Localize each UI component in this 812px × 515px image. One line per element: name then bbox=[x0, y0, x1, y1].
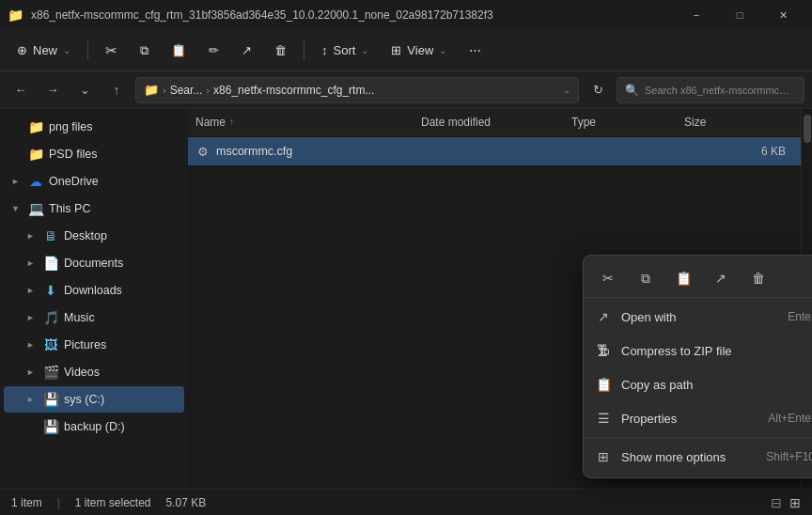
back-button[interactable]: ← bbox=[8, 77, 34, 103]
title-bar-icon: 📁 bbox=[8, 8, 23, 23]
sidebar-chevron-downloads: ► bbox=[26, 286, 38, 295]
close-button[interactable]: ✕ bbox=[761, 0, 804, 30]
share-button[interactable]: ↗ bbox=[232, 36, 261, 66]
sidebar-item-onedrive[interactable]: ►☁OneDrive bbox=[4, 168, 184, 195]
sort-button[interactable]: ↕ Sort ⌄ bbox=[312, 36, 378, 66]
cut-button[interactable]: ✂ bbox=[96, 36, 127, 66]
ctx-item-copy-as-path[interactable]: 📋Copy as path bbox=[584, 367, 812, 401]
file-size: 5.07 KB bbox=[166, 496, 207, 509]
ctx-item-shortcut-open-with: Enter bbox=[788, 310, 812, 323]
item-count: 1 item bbox=[11, 496, 42, 509]
sidebar-icon-pictures: 🖼 bbox=[43, 337, 58, 352]
col-header-type[interactable]: Type bbox=[571, 116, 684, 129]
file-item-mscormmc-cfg[interactable]: ⚙ mscormmc.cfg 6 KB bbox=[188, 137, 801, 165]
sidebar-item-psd-files[interactable]: 📁PSD files bbox=[4, 141, 184, 167]
sidebar-label-sys-c: sys (C:) bbox=[64, 393, 104, 406]
sidebar-icon-downloads: ⬇ bbox=[43, 283, 58, 298]
sidebar-label-psd-files: PSD files bbox=[49, 148, 97, 161]
selected-count: 1 item selected bbox=[75, 496, 151, 509]
forward-button[interactable]: → bbox=[39, 77, 66, 103]
ctx-item-icon-copy-as-path: 📋 bbox=[595, 376, 612, 393]
sidebar-chevron-sys-c: ► bbox=[26, 395, 38, 404]
sidebar-item-this-pc[interactable]: ▼💻This PC bbox=[4, 195, 184, 222]
view-chevron: ⌄ bbox=[439, 45, 446, 55]
ctx-item-shortcut-show-more-options: Shift+F10 bbox=[766, 450, 812, 463]
ctx-item-compress-zip[interactable]: 🗜Compress to ZIP file bbox=[584, 334, 812, 367]
new-button[interactable]: ⊕ New ⌄ bbox=[8, 36, 80, 66]
sidebar-label-videos: Videos bbox=[64, 366, 100, 379]
address-path[interactable]: 📁 › Sear... › x86_netfx-mscormmc_cfg_rtm… bbox=[135, 77, 579, 103]
sidebar-item-desktop[interactable]: ►🖥Desktop bbox=[4, 223, 184, 249]
delete-button[interactable]: 🗑 bbox=[265, 36, 296, 66]
search-box[interactable]: 🔍 Search x86_netfx-mscormmc_cfg_rtm_31bf… bbox=[617, 77, 804, 103]
cut-icon: ✂ bbox=[105, 42, 117, 59]
sidebar-chevron-desktop: ► bbox=[26, 231, 38, 241]
ctx-item-show-more-options[interactable]: ⊞Show more optionsShift+F10 bbox=[584, 440, 812, 474]
search-icon: 🔍 bbox=[625, 84, 639, 97]
sort-arrow-icon: ↑ bbox=[229, 117, 234, 127]
ctx-item-open-with[interactable]: ↗Open withEnter bbox=[584, 300, 812, 334]
file-icon-mscormmc-cfg: ⚙ bbox=[195, 144, 211, 159]
ctx-rename-icon: ↗ bbox=[715, 271, 726, 286]
scrollbar-thumb[interactable] bbox=[804, 115, 811, 143]
sidebar-item-videos[interactable]: ►🎬Videos bbox=[4, 359, 184, 385]
copy-icon: ⧉ bbox=[140, 43, 148, 58]
view-button[interactable]: ⊞ View ⌄ bbox=[382, 36, 456, 66]
ctx-copy-button[interactable]: ⧉ bbox=[632, 265, 659, 291]
sidebar-label-desktop: Desktop bbox=[64, 229, 107, 242]
refresh-button[interactable]: ↻ bbox=[585, 77, 611, 103]
toolbar: ⊕ New ⌄ ✂ ⧉ 📋 ✏ ↗ 🗑 ↕ Sort ⌄ ⊞ View ⌄ ⋯ bbox=[0, 30, 812, 71]
ctx-item-properties[interactable]: ☰PropertiesAlt+Enter bbox=[584, 401, 812, 435]
sidebar-item-sys-c[interactable]: ►💾sys (C:) bbox=[4, 386, 184, 413]
ctx-item-icon-open-with: ↗ bbox=[595, 308, 612, 325]
new-chevron: ⌄ bbox=[63, 45, 70, 55]
ctx-paste-icon: 📋 bbox=[676, 271, 692, 286]
list-view-icon[interactable]: ⊟ bbox=[771, 495, 782, 510]
ctx-delete-icon: 🗑 bbox=[752, 271, 765, 286]
rename-button[interactable]: ✏ bbox=[199, 36, 228, 66]
sidebar-chevron-music: ► bbox=[26, 313, 38, 322]
title-bar: 📁 x86_netfx-mscormmc_cfg_rtm_31bf3856ad3… bbox=[0, 0, 812, 30]
paste-icon: 📋 bbox=[171, 43, 186, 57]
up-button[interactable]: ↑ bbox=[103, 77, 130, 103]
context-menu-toolbar: ✂ ⧉ 📋 ↗ 🗑 bbox=[584, 259, 812, 298]
ctx-item-icon-properties: ☰ bbox=[595, 410, 612, 427]
path-separator-1: › bbox=[163, 85, 166, 96]
col-header-modified[interactable]: Date modified bbox=[421, 116, 571, 129]
maximize-button[interactable]: □ bbox=[718, 0, 761, 30]
sidebar-item-music[interactable]: ►🎵Music bbox=[4, 304, 184, 331]
toolbar-separator-1 bbox=[87, 41, 88, 60]
ctx-item-label-show-more-options: Show more options bbox=[621, 450, 757, 464]
ctx-paste-button[interactable]: 📋 bbox=[670, 265, 696, 291]
up-list-button[interactable]: ⌄ bbox=[71, 77, 98, 103]
ctx-cut-button[interactable]: ✂ bbox=[595, 265, 621, 291]
sidebar-label-png-files: png files bbox=[49, 120, 93, 133]
sidebar-item-documents[interactable]: ►📄Documents bbox=[4, 250, 184, 276]
sidebar-chevron-onedrive: ► bbox=[11, 177, 23, 186]
ctx-item-icon-show-more-options: ⊞ bbox=[595, 448, 612, 465]
context-menu: ✂ ⧉ 📋 ↗ 🗑 ↗Open withEnter🗜Compress to ZI… bbox=[583, 255, 812, 478]
new-icon: ⊕ bbox=[17, 43, 27, 57]
minimize-button[interactable]: − bbox=[675, 0, 718, 30]
col-header-size[interactable]: Size bbox=[684, 116, 793, 129]
col-header-name[interactable]: Name ↑ bbox=[195, 116, 421, 129]
sidebar-label-music: Music bbox=[64, 311, 95, 324]
sidebar-label-pictures: Pictures bbox=[64, 338, 106, 351]
ctx-delete-button[interactable]: 🗑 bbox=[745, 265, 772, 291]
sidebar-item-backup-d[interactable]: 💾backup (D:) bbox=[4, 414, 184, 440]
sidebar-item-png-files[interactable]: 📁png files bbox=[4, 114, 184, 140]
title-bar-controls: − □ ✕ bbox=[675, 0, 804, 30]
paste-button[interactable]: 📋 bbox=[162, 36, 195, 66]
ctx-rename-button[interactable]: ↗ bbox=[708, 265, 734, 291]
more-button[interactable]: ⋯ bbox=[460, 36, 491, 66]
sidebar-item-downloads[interactable]: ►⬇Downloads bbox=[4, 277, 184, 304]
sidebar-icon-music: 🎵 bbox=[43, 310, 58, 325]
sidebar-icon-documents: 📄 bbox=[43, 256, 58, 271]
ctx-item-shortcut-properties: Alt+Enter bbox=[768, 412, 812, 425]
path-dropdown-chevron: ⌄ bbox=[563, 85, 570, 95]
ctx-item-icon-compress-zip: 🗜 bbox=[595, 342, 612, 359]
title-bar-text: x86_netfx-mscormmc_cfg_rtm_31bf3856ad364… bbox=[31, 8, 667, 22]
copy-button[interactable]: ⧉ bbox=[131, 36, 158, 66]
grid-view-icon[interactable]: ⊞ bbox=[789, 495, 801, 510]
sidebar-item-pictures[interactable]: ►🖼Pictures bbox=[4, 332, 184, 358]
